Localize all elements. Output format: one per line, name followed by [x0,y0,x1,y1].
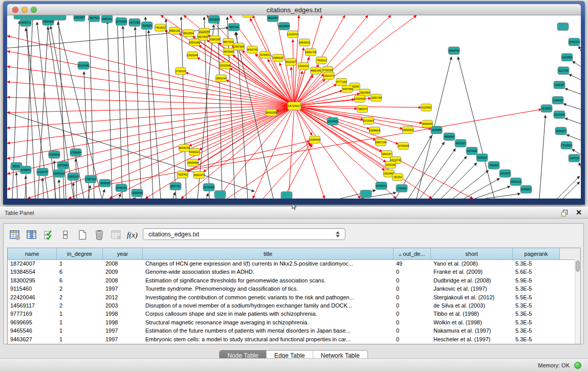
network-node[interactable]: 8912954 [183,30,194,37]
column-header-out-de[interactable]: ▵out_de... [394,248,431,259]
table-row[interactable]: 2242004622012Investigating the contribut… [8,293,575,301]
network-node[interactable]: 14671355 [129,19,140,27]
network-node[interactable]: 18724007 [288,102,301,110]
table-row[interactable]: 977716911998Corpus callosum shape and si… [8,310,575,318]
network-node[interactable]: 7615526 [141,22,153,30]
column-header-pagerank[interactable]: pagerank [513,248,560,259]
scrollbar-thumb[interactable] [576,260,580,272]
network-node[interactable]: 8454749 [247,46,258,53]
network-node[interactable]: 8186328 [210,36,221,43]
table-row[interactable]: 946362711997Embryonic stem cells: a mode… [8,335,575,343]
network-node[interactable]: 12342757 [37,168,48,176]
table-row[interactable]: 969969511998Structural magnetic resonanc… [8,318,575,326]
table-row[interactable]: 1938455462009Genome-wide association stu… [8,268,575,276]
table-row[interactable]: 1830029562008Estimation of significance … [8,276,575,285]
network-node[interactable]: 18300295 [266,109,277,116]
network-node[interactable]: 1244419 [552,97,563,104]
network-node[interactable]: 9875685 [224,48,234,55]
network-node[interactable]: 6466161 [101,15,113,23]
network-node[interactable]: 8471676 [499,170,511,178]
network-node[interactable]: 1080748 [371,94,382,101]
network-node[interactable]: 16543382 [189,39,200,46]
network-node[interactable]: 19654923 [402,126,413,134]
network-node[interactable]: 16961758 [305,49,316,56]
network-node[interactable] [557,23,569,31]
network-node[interactable]: 18640910 [299,39,310,46]
float-window-icon[interactable] [561,209,569,217]
network-node[interactable]: 15716485 [203,184,214,191]
network-node[interactable]: 7625402 [178,171,188,178]
network-node[interactable]: 10653287 [74,15,85,21]
column-header-name[interactable]: name [8,248,57,259]
network-node[interactable]: 7986372 [357,105,368,113]
column-header-in-degree[interactable]: in_degree [57,248,103,259]
network-node[interactable]: 1527602 [89,15,100,22]
network-node[interactable]: 17016504 [561,142,572,149]
network-node[interactable]: 7963822 [155,24,166,31]
network-node[interactable]: 9245652 [520,186,532,193]
network-node[interactable]: 16648784 [448,47,460,55]
network-node[interactable]: 1156819 [20,166,31,174]
network-node[interactable] [55,15,66,20]
network-node[interactable]: 15451914 [53,170,64,178]
network-node[interactable]: 15720407 [363,117,374,124]
network-node[interactable]: 20891406 [42,18,54,26]
network-node[interactable]: 1362615 [298,62,309,70]
network-node[interactable]: 12923448 [132,189,143,197]
network-node[interactable]: 6497568 [342,85,353,93]
network-node[interactable]: 2803144 [216,75,227,82]
network-node[interactable]: 9827508 [223,38,234,46]
network-node[interactable]: 10975887 [57,162,69,169]
table-options-icon[interactable] [9,229,21,241]
network-node[interactable]: 18807249 [375,139,386,146]
network-node[interactable] [243,15,253,17]
network-node[interactable]: 7932621 [488,162,499,169]
show-columns-icon[interactable] [26,229,38,241]
network-node[interactable]: 6479197 [455,140,466,147]
network-node[interactable]: 19958187 [99,180,111,187]
network-node[interactable]: 14055712 [20,19,31,27]
network-node[interactable] [214,191,226,199]
table-row[interactable]: 1456911722003Disruption of a novel membe… [8,301,575,310]
table-row[interactable]: 1872400712008Changes of HCN gene express… [8,259,575,268]
table-row[interactable]: 911546021997Tourette syndrome. Phenomeno… [8,285,575,293]
network-node[interactable]: 12325419 [287,31,298,38]
network-node[interactable]: 19218506 [278,23,290,30]
network-node[interactable]: 19756928 [398,142,409,149]
network-node[interactable]: 19384554 [309,136,320,143]
column-header-short[interactable]: short [431,248,513,259]
network-node[interactable]: 9857791 [170,183,181,190]
network-node[interactable]: 1733426 [396,185,407,192]
vertical-scrollbar[interactable] [575,259,580,344]
network-node[interactable]: 7857224 [228,24,239,31]
network-node[interactable]: 20206516 [49,151,60,159]
close-panel-icon[interactable]: ✕ [576,208,582,216]
network-node[interactable]: 15134454 [327,118,338,125]
network-node[interactable]: 9777169 [336,78,347,85]
delete-table-icon[interactable] [93,229,105,241]
network-node[interactable]: 2718126 [176,68,186,75]
network-node[interactable]: 8813054 [267,15,278,22]
network-node[interactable]: 9684067 [382,150,393,158]
network-node[interactable]: 20153346 [78,62,89,70]
network-node[interactable]: 17957253 [85,176,96,183]
network-node[interactable]: 7955812 [316,57,327,64]
network-node[interactable] [281,192,292,199]
network-node[interactable]: 12505135 [68,173,79,181]
select-rows-icon[interactable] [42,229,55,241]
network-node[interactable]: 1167533 [569,155,580,162]
new-table-icon[interactable] [76,229,89,241]
column-header-year[interactable]: year [103,248,143,259]
network-node[interactable]: 8522057 [286,58,296,65]
network-node[interactable]: 15751074 [569,38,580,46]
network-node[interactable]: 21364436 [354,95,365,102]
network-node[interactable]: 9474444 [466,147,477,155]
network-node[interactable]: 10719155 [116,18,127,26]
network-node[interactable]: 17359924 [70,149,81,157]
network-node[interactable]: 9699695 [422,120,433,127]
network-node[interactable]: 1815182 [385,161,396,168]
network-node[interactable]: 8860128 [169,27,180,34]
column-header-title[interactable]: title [143,248,394,259]
table-selector[interactable]: citations_edges.txt [143,228,345,240]
network-node[interactable]: 9146821 [260,51,271,58]
